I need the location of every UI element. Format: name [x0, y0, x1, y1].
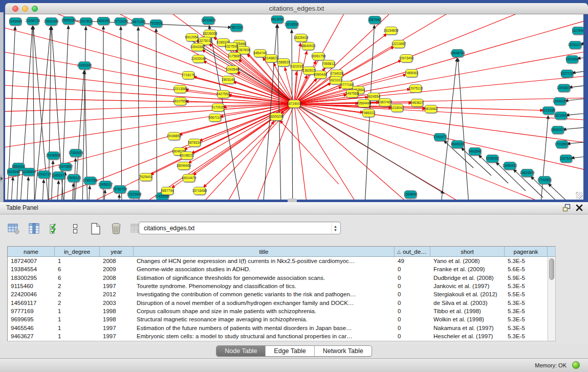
graph-node-8454749[interactable]: 8454749	[254, 49, 266, 57]
panel-splitter-handle[interactable]	[0, 174, 4, 183]
column-header-pagerank[interactable]: pagerank	[505, 247, 548, 256]
graph-node-10824509[interactable]: 10824509	[521, 169, 533, 177]
graph-node-9777169[interactable]: 9777169	[341, 81, 353, 89]
close-panel-icon[interactable]	[576, 204, 583, 211]
graph-node-16154808[interactable]: 16154808	[385, 27, 397, 35]
graph-node-1645964[interactable]: 1645964	[9, 17, 21, 26]
graph-node-15751074[interactable]: 15751074	[569, 41, 581, 49]
graph-node-7485063[interactable]: 7485063	[405, 69, 418, 77]
tab-node-table[interactable]: Node Table	[216, 346, 266, 356]
graph-node-9329966[interactable]: 9329966	[566, 55, 578, 63]
table-settings-button[interactable]	[7, 222, 20, 235]
graph-node-11156809[interactable]: 11156809	[23, 168, 35, 176]
graph-node-8215358[interactable]: 8215358	[542, 106, 555, 115]
graph-node-20206506[interactable]: 20206506	[47, 151, 59, 160]
network-window-titlebar[interactable]: citations_edges.txt	[5, 3, 588, 14]
graph-node-8912954[interactable]: 8912954	[186, 33, 198, 41]
graph-node-9170035[interactable]: 9170035	[212, 103, 224, 112]
column-header-out_degree[interactable]: △out_de…	[395, 247, 430, 256]
graph-node-12213967[interactable]: 12213967	[393, 40, 405, 48]
graph-node-12093872[interactable]: 12093872	[558, 84, 570, 92]
graph-node-15992971[interactable]: 15992971	[552, 126, 564, 134]
table-row[interactable]: 1872400712008Changes of HCN gene express…	[8, 257, 555, 265]
graph-node-16648784[interactable]: 16648784	[451, 49, 464, 57]
graph-node-7986322[interactable]: 7986322	[362, 109, 375, 117]
graph-node-9242848[interactable]: 9242848	[226, 65, 238, 74]
graph-node-17016504[interactable]: 17016504	[556, 140, 568, 148]
graph-node-9245052[interactable]: 9245052	[486, 155, 498, 163]
graph-node-8427552[interactable]: 8427552	[217, 90, 229, 98]
graph-node-1167534[interactable]: 1167534	[560, 155, 572, 163]
graph-node-17957255[interactable]: 17957255	[84, 177, 96, 185]
graph-node-16210643[interactable]: 16210643	[555, 112, 567, 120]
graph-node-18325419[interactable]: 18325419	[295, 34, 307, 42]
graph-node-16914479[interactable]: 16914479	[183, 174, 195, 182]
graph-node-1527602[interactable]: 1527602	[80, 17, 92, 26]
graph-node-12975115[interactable]: 12975115	[409, 84, 422, 93]
graph-node-1588520[interactable]: 1588520	[277, 58, 290, 67]
table-row[interactable]: 946362711997Embryonic stem cells: a mode…	[8, 332, 555, 340]
graph-node-6791977[interactable]: 6791977	[434, 133, 446, 141]
column-header-name[interactable]: name	[8, 247, 55, 256]
table-row[interactable]: 911546021997Tourette syndrome. Phenomeno…	[8, 282, 555, 290]
graph-node-18724007[interactable]: 18724007	[288, 100, 300, 108]
graph-node-19166852[interactable]: 19166852	[168, 132, 180, 140]
graph-node-9227734[interactable]: 9227734	[561, 70, 573, 78]
graph-node-16198222[interactable]: 16198222	[181, 151, 193, 160]
column-header-short[interactable]: short	[430, 247, 505, 256]
graph-node-9327508[interactable]: 9327508	[225, 42, 237, 51]
graph-node-8813054[interactable]: 8813054	[271, 15, 284, 24]
table-row[interactable]: 1938455462009Genome-wide association stu…	[8, 265, 555, 273]
graph-node-20691406[interactable]: 20691406	[45, 17, 57, 26]
graph-node-17742891[interactable]: 17742891	[538, 176, 551, 184]
graph-node-9815462[interactable]: 9815462	[425, 105, 437, 113]
row-options-button[interactable]	[69, 222, 82, 235]
graph-node-20564486[interactable]: 20564486	[358, 99, 370, 107]
network-canvas[interactable]: 1645964210557242069140610655287152760284…	[5, 14, 583, 200]
graph-node-8990448[interactable]: 8990448	[314, 71, 326, 79]
table-row[interactable]: 1830029562008Estimation of significance …	[8, 274, 555, 282]
graph-node-8466160[interactable]: 8466160	[97, 17, 110, 25]
graph-node-21055724[interactable]: 21055724	[27, 17, 39, 25]
graph-node-18107554[interactable]: 18107554	[174, 97, 186, 105]
graph-node-21053346[interactable]: 21053346	[78, 61, 91, 70]
graph-node-2803144[interactable]: 2803144	[222, 76, 234, 84]
graph-node-15716485[interactable]: 15716485	[193, 187, 206, 195]
table-row[interactable]: 2242004622012Investigating the contribut…	[8, 290, 555, 298]
table-scrollbar[interactable]	[548, 257, 555, 341]
graph-node-12505125[interactable]: 12505125	[68, 174, 80, 182]
graph-node-9463627[interactable]: 9463627	[411, 99, 423, 107]
graph-node-1369849[interactable]: 1369849	[404, 190, 417, 199]
graph-node-8667110[interactable]: 8667110	[209, 114, 221, 122]
resize-grip[interactable]	[576, 192, 583, 199]
graph-node-7515526[interactable]: 7515526	[150, 19, 162, 28]
graph-node-17353924[interactable]: 17353924	[70, 149, 82, 157]
graph-node-9463546[interactable]: 9463546	[469, 147, 481, 156]
graph-node-12213589[interactable]: 12213589	[174, 85, 186, 93]
graph-node-16782759[interactable]: 16782759	[114, 185, 126, 193]
graph-node-3175685[interactable]: 3175685	[228, 52, 241, 60]
select-columns-button[interactable]	[48, 222, 61, 235]
column-header-in_degree[interactable]: in_degree	[55, 247, 100, 256]
graph-node-22420046[interactable]: 22420046	[192, 55, 205, 63]
graph-node-2687682[interactable]: 2687682	[368, 16, 381, 24]
graph-node-5878334[interactable]: 5878334	[188, 139, 201, 147]
graph-node-14671355[interactable]: 14671355	[132, 18, 144, 26]
show-column-button[interactable]	[28, 222, 41, 235]
column-header-year[interactable]: year	[100, 247, 134, 256]
table-row[interactable]: 1456911722003Disruption of a novel membe…	[8, 298, 555, 307]
graph-node-10973493[interactable]: 10973493	[400, 54, 412, 62]
graph-node-12450432[interactable]: 12450432	[504, 162, 516, 170]
graph-node-9857794[interactable]: 9857794	[161, 187, 173, 195]
graph-node-8946320[interactable]: 8946320	[451, 140, 464, 148]
delete-table-button[interactable]	[110, 222, 123, 235]
graph-node-10807467[interactable]: 10807467	[379, 98, 391, 106]
table-row[interactable]: 946554611997Estimation of the future num…	[8, 323, 555, 332]
graph-node-7857224[interactable]: 7857224	[230, 24, 243, 32]
graph-node-10655287[interactable]: 10655287	[62, 16, 75, 25]
graph-node-18640910[interactable]: 18640910	[302, 42, 314, 50]
graph-node-12942737[interactable]: 12942737	[38, 170, 50, 179]
graph-node-12444153[interactable]: 12444153	[554, 97, 566, 105]
graph-node-7955812[interactable]: 7955812	[322, 60, 335, 68]
graph-node-1621022[interactable]: 1621022	[330, 76, 342, 84]
